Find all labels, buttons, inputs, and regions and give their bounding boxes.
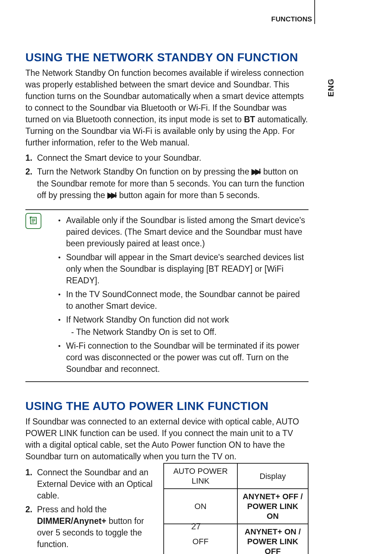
table-row: ON ANYNET+ OFF / POWER LINK ON: [164, 489, 308, 524]
right-column: AUTO POWER LINK Display ON ANYNET+ OFF /…: [163, 463, 309, 554]
section2-steps: 1. Connect the Soundbar and an External …: [25, 467, 155, 550]
bt-bold: BT: [244, 115, 255, 124]
skip-forward-icon: ▶▶l: [107, 189, 117, 201]
note-item: If Network Standby On function did not w…: [58, 314, 309, 338]
section2-intro: If Soundbar was connected to an external…: [25, 416, 367, 462]
table-cell: ON: [164, 489, 237, 524]
step-item: 2. Turn the Network Standby On function …: [25, 166, 309, 201]
step-text-post: button again for more than 5 seconds.: [117, 190, 260, 200]
note-box: Available only if the Soundbar is listed…: [25, 209, 309, 382]
power-link-table: AUTO POWER LINK Display ON ANYNET+ OFF /…: [163, 463, 309, 554]
note-item: Available only if the Soundbar is listed…: [58, 214, 309, 249]
cell-line2: POWER LINK OFF: [247, 537, 298, 554]
note-subline: - The Network Standby On is set to Off.: [66, 326, 309, 338]
manual-page: FUNCTIONS ENG USING THE NETWORK STANDBY …: [0, 0, 392, 554]
step-item: 1. Connect the Soundbar and an External …: [25, 467, 155, 501]
step-number: 1.: [25, 152, 32, 164]
step-text: Connect the Soundbar and an External Dev…: [37, 468, 152, 500]
note-text: If Network Standby On function did not w…: [66, 315, 229, 324]
table-row: AUTO POWER LINK Display: [164, 463, 308, 489]
note-item: Wi-Fi connection to the Soundbar will be…: [58, 340, 309, 375]
cell-line2: POWER LINK ON: [247, 502, 298, 521]
cell-line1: ANYNET+ OFF /: [243, 492, 303, 501]
note-item: In the TV SoundConnect mode, the Soundba…: [58, 288, 309, 312]
section-label: FUNCTIONS: [271, 15, 312, 23]
skip-forward-icon: ▶▶l: [252, 166, 261, 177]
table-header: AUTO POWER LINK: [164, 463, 237, 489]
note-list: Available only if the Soundbar is listed…: [25, 214, 309, 375]
note-item: Soundbar will appear in the Smart device…: [58, 251, 309, 286]
note-icon: [25, 213, 41, 229]
step-number: 2.: [25, 166, 32, 177]
language-tab: ENG: [326, 78, 336, 97]
step-number: 2.: [25, 504, 32, 515]
top-divider: [314, 0, 315, 24]
step-number: 1.: [25, 467, 32, 478]
section2-title: USING THE AUTO POWER LINK FUNCTION: [25, 399, 367, 413]
step-text: Connect the Smart device to your Soundba…: [37, 153, 201, 163]
page-number: 27: [0, 521, 392, 532]
section1-steps: 1. Connect the Smart device to your Soun…: [25, 152, 367, 201]
step-text-pre: Press and hold the: [37, 505, 107, 514]
table-cell: ANYNET+ OFF / POWER LINK ON: [237, 489, 308, 524]
left-column: 1. Connect the Soundbar and an External …: [25, 463, 155, 554]
table-header: Display: [237, 463, 308, 489]
step-text-pre: Turn the Network Standby On function on …: [37, 167, 252, 176]
section1-intro: The Network Standby On function becomes …: [25, 67, 367, 148]
two-column-layout: 1. Connect the Soundbar and an External …: [25, 463, 309, 554]
section1-title: USING THE NETWORK STANDBY ON FUNCTION: [25, 51, 367, 64]
step-item: 1. Connect the Smart device to your Soun…: [25, 152, 309, 164]
